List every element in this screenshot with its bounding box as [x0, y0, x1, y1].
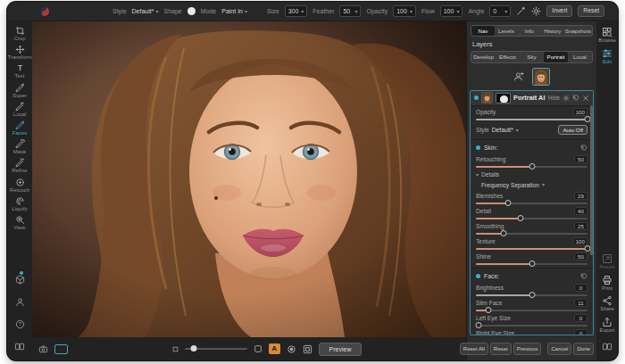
previous-button[interactable]: Previous	[513, 343, 542, 354]
angle-input[interactable]: 0▾	[489, 5, 511, 17]
fullscreen-preview-icon[interactable]	[303, 344, 312, 354]
pane-style-select[interactable]: Default*	[492, 127, 513, 133]
detected-face-thumbnail[interactable]	[532, 68, 550, 86]
pane-close-icon[interactable]	[582, 95, 589, 102]
slider-handle[interactable]	[485, 307, 491, 313]
details-disclosure[interactable]: ▾ Details	[476, 170, 588, 179]
pane-reset-icon[interactable]	[572, 95, 579, 102]
filmstrip-view-icon[interactable]	[38, 344, 49, 354]
tool-liquify[interactable]: Liquify	[7, 195, 32, 213]
slider-handle[interactable]	[529, 261, 535, 267]
tab-sky[interactable]: Sky	[520, 52, 544, 62]
slider-handle[interactable]	[529, 163, 535, 170]
tab-nav[interactable]: Nav	[471, 26, 495, 36]
auto-toggle-button[interactable]: Auto Off	[558, 125, 588, 135]
preview-button[interactable]: Preview	[319, 343, 362, 356]
opacity-input[interactable]: 100▾	[393, 5, 416, 17]
rail-share[interactable]: Share	[600, 294, 613, 314]
tool-transform[interactable]: Transform	[7, 44, 32, 62]
slider-handle[interactable]	[529, 292, 535, 298]
done-button[interactable]: Done	[573, 343, 594, 354]
slider-track[interactable]	[476, 203, 588, 204]
tool-local[interactable]: Local	[7, 101, 32, 119]
mode-select[interactable]: Paint In▾	[221, 8, 247, 14]
tab-snapshots[interactable]: Snapshots	[564, 26, 592, 36]
rail-resize[interactable]: Resize	[599, 252, 615, 272]
tab-effects[interactable]: Effects	[496, 52, 520, 62]
pane-mask-thumbnail[interactable]	[496, 93, 511, 103]
add-face-icon[interactable]	[513, 70, 525, 82]
flow-input[interactable]: 100▾	[440, 5, 463, 17]
cancel-button[interactable]: Cancel	[547, 343, 571, 354]
pane-enabled-dot[interactable]	[474, 95, 479, 100]
tool-view[interactable]: View	[7, 214, 32, 232]
help-icon[interactable]: ?	[15, 314, 25, 335]
slider-value[interactable]: 100	[573, 108, 588, 116]
reset-button[interactable]: Reset	[490, 343, 512, 354]
invert-button[interactable]: Invert	[546, 5, 572, 17]
rail-print[interactable]: Print	[602, 273, 612, 294]
layers-header[interactable]: Layers	[471, 37, 593, 51]
skin-enabled-dot[interactable]	[476, 145, 480, 150]
tool-refine[interactable]: Refine	[7, 157, 32, 175]
tool-super-select[interactable]: Super	[7, 82, 32, 100]
pane-face-thumbnail[interactable]	[481, 92, 493, 103]
tab-develop[interactable]: Develop	[471, 52, 496, 62]
slider-handle[interactable]	[475, 322, 481, 328]
detail-view-toggle[interactable]	[54, 344, 68, 354]
slider-track[interactable]	[476, 233, 588, 235]
pane-header[interactable]: Portrait AI Hide	[471, 91, 593, 106]
slider-handle[interactable]	[501, 230, 507, 236]
slider-handle[interactable]	[505, 200, 512, 206]
soft-proof-icon[interactable]	[287, 344, 296, 354]
style-select[interactable]: Default*▾	[132, 8, 159, 14]
original-view-icon[interactable]	[254, 344, 262, 353]
photo-canvas[interactable]	[32, 21, 466, 337]
pane-scrollbar[interactable]	[590, 105, 593, 255]
rail-edit[interactable]: Edit	[602, 46, 612, 67]
zoom-slider-handle[interactable]	[191, 345, 197, 352]
zoom-out-icon[interactable]	[172, 346, 179, 352]
skin-reset-icon[interactable]	[580, 145, 588, 152]
compare-view-icon[interactable]	[602, 336, 612, 360]
tab-history[interactable]: History	[541, 26, 564, 36]
slider-track[interactable]	[476, 263, 588, 265]
account-icon[interactable]	[15, 292, 25, 313]
slider-track[interactable]	[476, 248, 588, 250]
perfect-brush-icon[interactable]	[516, 6, 526, 16]
slider-track[interactable]	[476, 310, 588, 311]
tab-levels[interactable]: Levels	[495, 26, 518, 36]
brush-shape-preview[interactable]	[188, 7, 196, 15]
slider-handle[interactable]	[518, 215, 524, 221]
face-reset-icon[interactable]	[580, 273, 588, 280]
extras-cube-icon[interactable]	[15, 269, 25, 291]
hide-link[interactable]: Hide	[548, 95, 560, 101]
slider-track[interactable]	[476, 294, 588, 296]
compare-view-icon[interactable]	[14, 336, 25, 360]
feather-input[interactable]: 50▾	[339, 5, 361, 17]
mask-overlay-toggle[interactable]: A	[269, 343, 280, 354]
face-section-header[interactable]: Face:	[476, 271, 588, 282]
reset-brush-button[interactable]: Reset	[578, 5, 604, 17]
zoom-slider[interactable]	[185, 348, 247, 350]
tool-faces[interactable]: Faces	[7, 120, 32, 137]
frequency-dropdown[interactable]: Frequency Separation ▾	[476, 180, 588, 190]
slider-track[interactable]	[476, 325, 588, 327]
face-enabled-dot[interactable]	[476, 274, 480, 278]
size-input[interactable]: 300▾	[285, 5, 308, 17]
rail-export[interactable]: Export	[600, 315, 615, 335]
tool-crop[interactable]: Crop	[7, 25, 32, 43]
slider-track[interactable]	[476, 166, 588, 168]
slider-track[interactable]	[476, 218, 588, 219]
brush-settings-gear-icon[interactable]	[531, 6, 541, 16]
pane-gear-icon[interactable]	[562, 95, 570, 102]
tool-mask[interactable]: Mask	[7, 138, 32, 156]
tool-text[interactable]: T Text	[7, 62, 32, 80]
tab-portrait[interactable]: Portrait	[544, 52, 568, 62]
slider-track[interactable]	[476, 119, 588, 120]
tab-local[interactable]: Local	[568, 52, 592, 62]
tab-info[interactable]: Info	[518, 26, 541, 36]
skin-section-header[interactable]: Skin:	[476, 143, 588, 153]
reset-all-button[interactable]: Reset All	[460, 343, 488, 354]
rail-browse[interactable]: Browse	[598, 25, 615, 46]
